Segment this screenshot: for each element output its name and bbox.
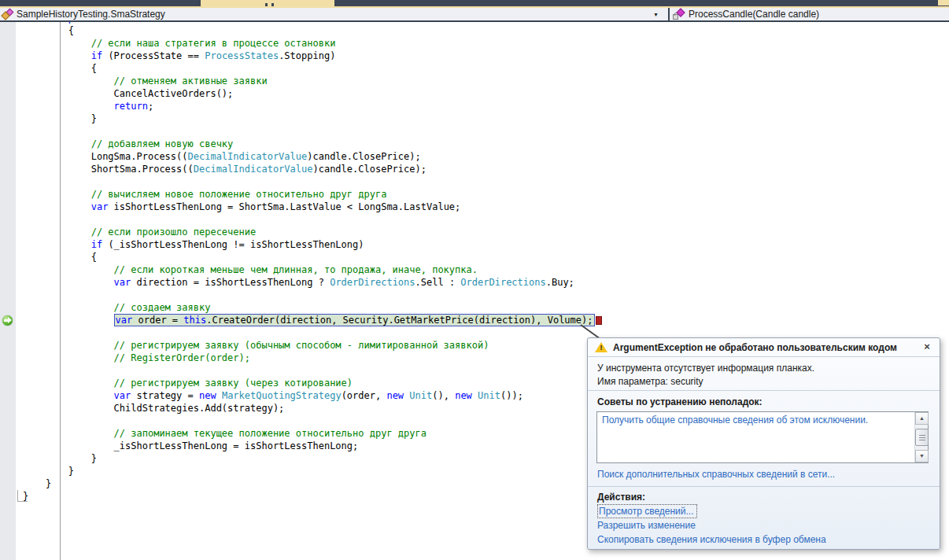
members-dropdown[interactable]: ProcessCandle(Candle candle) bbox=[670, 8, 949, 20]
code-line[interactable]: // если короткая меньше чем длинная, то … bbox=[23, 263, 602, 276]
code-line[interactable]: return; bbox=[23, 100, 602, 112]
navbar-divider bbox=[668, 8, 670, 20]
vs-editor-window: SampleHistoryTesting.SmaStrategy ▼ Proce… bbox=[0, 0, 949, 560]
code-line[interactable]: } bbox=[23, 112, 602, 125]
troubleshooting-tip-link[interactable]: Получить общие справочные сведения об эт… bbox=[597, 412, 928, 428]
exception-parameter-line: Имя параметра: security bbox=[597, 375, 930, 389]
code-line[interactable]: // регистрируем заявку (обычным способом… bbox=[23, 339, 602, 352]
types-dropdown[interactable]: SampleHistoryTesting.SmaStrategy bbox=[0, 8, 665, 20]
code-line[interactable] bbox=[23, 364, 602, 377]
troubleshooting-tips-listbox[interactable]: Получить общие справочные сведения об эт… bbox=[596, 411, 929, 463]
code-line[interactable] bbox=[23, 326, 602, 339]
search-online-link[interactable]: Поиск дополнительных справочных сведений… bbox=[588, 463, 940, 480]
exception-statement-box: var order = this.CreateOrder(direction, … bbox=[114, 314, 595, 326]
current-statement-line[interactable]: var order = this.CreateOrder(direction, … bbox=[23, 314, 602, 326]
code-line[interactable] bbox=[23, 213, 602, 226]
code-line[interactable]: // RegisterOrder(order); bbox=[23, 352, 602, 364]
exception-message: У инструмента отсутствует информация пла… bbox=[588, 357, 940, 391]
code-line[interactable]: ShortSma.Process((DecimalIndicatorValue)… bbox=[23, 163, 602, 175]
code-lines: private void ProcessCandle(Candle candle… bbox=[23, 22, 602, 503]
code-line[interactable]: // если произошло пересечение bbox=[23, 226, 602, 238]
code-line[interactable]: // запоминаем текущее положение относите… bbox=[23, 427, 602, 440]
members-dropdown-label: ProcessCandle(Candle candle) bbox=[689, 9, 819, 20]
troubleshooting-header: Советы по устранению неполадок: bbox=[588, 391, 940, 407]
code-line[interactable]: var isShortLessThenLong = ShortSma.LastV… bbox=[23, 201, 602, 213]
code-line[interactable]: LongSma.Process((DecimalIndicatorValue)c… bbox=[23, 150, 602, 163]
copy-exception-link[interactable]: Скопировать сведения исключения в буфер … bbox=[588, 531, 940, 545]
code-line[interactable] bbox=[23, 175, 602, 188]
code-line[interactable]: ChildStrategies.Add(strategy); bbox=[23, 402, 602, 414]
tab-strip bbox=[0, 0, 949, 8]
code-line[interactable]: } bbox=[23, 490, 602, 503]
types-dropdown-label: SampleHistoryTesting.SmaStrategy bbox=[17, 9, 165, 20]
code-line[interactable]: CancelActiveOrders(); bbox=[23, 87, 602, 100]
exception-assistant-popup: ! ArgumentException не обработано пользо… bbox=[587, 337, 940, 550]
popup-header: ! ArgumentException не обработано пользо… bbox=[588, 338, 940, 357]
navigation-bar: SampleHistoryTesting.SmaStrategy ▼ Proce… bbox=[0, 8, 949, 22]
code-line[interactable]: // добавляем новую свечку bbox=[23, 138, 602, 150]
current-statement-arrow-icon bbox=[2, 315, 13, 326]
warning-icon: ! bbox=[595, 342, 607, 353]
code-line[interactable]: if (ProcessState == ProcessStates.Stoppi… bbox=[23, 50, 602, 62]
close-icon[interactable]: × bbox=[921, 341, 933, 353]
code-line[interactable]: // создаем заявку bbox=[23, 301, 602, 314]
code-line[interactable]: // регистрируем заявку (через котировани… bbox=[23, 377, 602, 389]
breakpoint-gutter[interactable] bbox=[0, 22, 16, 560]
code-line[interactable] bbox=[23, 414, 602, 427]
code-line[interactable]: } bbox=[23, 452, 602, 465]
exception-message-line: У инструмента отсутствует информация пла… bbox=[597, 362, 930, 375]
code-line[interactable]: // вычисляем новое положение относительн… bbox=[23, 188, 602, 201]
code-line[interactable] bbox=[23, 289, 602, 301]
code-line[interactable]: { bbox=[23, 251, 602, 263]
code-line[interactable]: { bbox=[23, 24, 602, 37]
listbox-scrollbar[interactable]: ▲ ▼ bbox=[914, 412, 928, 462]
code-line[interactable]: if (_isShortLessThenLong != isShortLessT… bbox=[23, 238, 602, 251]
code-line[interactable]: // если наша стратегия в процессе остано… bbox=[23, 37, 602, 50]
code-line[interactable]: _isShortLessThenLong = isShortLessThenLo… bbox=[23, 440, 602, 452]
code-line[interactable]: var strategy = new MarketQuotingStrategy… bbox=[23, 389, 602, 402]
scrollbar-thumb[interactable] bbox=[915, 429, 929, 446]
scroll-down-icon[interactable]: ▼ bbox=[915, 450, 929, 462]
chevron-down-icon[interactable]: ▼ bbox=[653, 12, 659, 17]
code-line[interactable]: } bbox=[23, 477, 602, 490]
code-line[interactable]: { bbox=[23, 62, 602, 75]
code-line[interactable]: // отменяем активные заявки bbox=[23, 75, 602, 87]
actions-header: Действия: bbox=[588, 487, 940, 503]
view-detail-link[interactable]: Просмотр сведений... bbox=[588, 503, 940, 517]
method-icon bbox=[673, 9, 686, 20]
code-line[interactable] bbox=[23, 125, 602, 138]
class-icon bbox=[2, 9, 15, 20]
code-line[interactable]: var direction = isShortLessThenLong ? Or… bbox=[23, 276, 602, 289]
scroll-up-icon[interactable]: ▲ bbox=[915, 412, 929, 425]
tab-fragment bbox=[938, 0, 949, 6]
exception-title: ArgumentException не обработано пользова… bbox=[613, 342, 897, 353]
code-line[interactable]: } bbox=[23, 465, 602, 477]
enable-editing-link[interactable]: Разрешить изменение bbox=[588, 517, 940, 531]
